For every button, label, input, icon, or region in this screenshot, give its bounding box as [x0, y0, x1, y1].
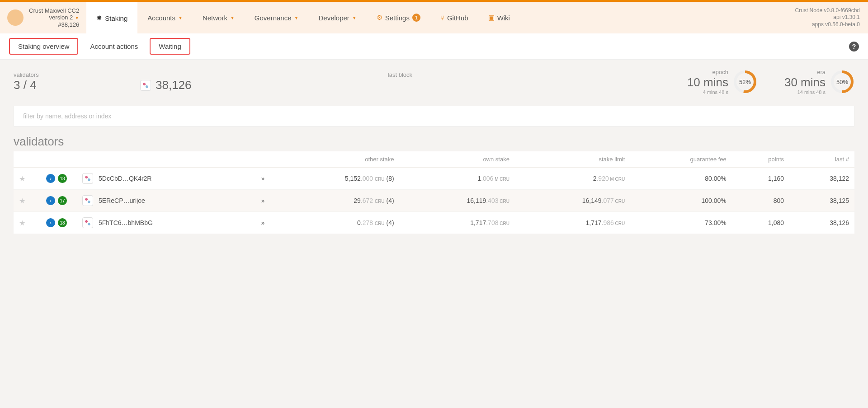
tab-account-actions[interactable]: Account actions — [82, 39, 146, 54]
summary-sub: 14 mins 48 s — [784, 89, 826, 95]
col-other-stake: other stake — [270, 151, 399, 168]
chevron-down-icon: ▼ — [352, 15, 357, 20]
summary-row: validators 3 / 4 last block 38,126 epoch… — [14, 69, 854, 95]
col-last: last # — [789, 151, 854, 168]
summary-value: 30 mins — [784, 75, 826, 89]
favorite-star-icon[interactable]: ★ — [19, 175, 25, 183]
summary-value: 38,126 — [156, 78, 192, 92]
cell-points: 1,080 — [732, 212, 789, 234]
node-version: Crust Node v0.8.0-f669cbd — [795, 7, 860, 14]
era-donut-icon: 50% — [830, 70, 854, 94]
nav-label: Staking — [105, 14, 127, 22]
cell-fee: 80.00% — [630, 168, 732, 190]
cell-fee: 100.00% — [630, 190, 732, 212]
expand-chevron-icon[interactable]: › — [46, 218, 55, 227]
nav-wiki[interactable]: ▣ Wiki — [478, 2, 520, 33]
nav-developer[interactable]: Developer ▼ — [308, 2, 366, 33]
tab-waiting[interactable]: Waiting — [150, 38, 190, 55]
brand-block[interactable]: Crust Maxwell CC2 version 2▼ #38,126 — [0, 7, 86, 28]
validator-address[interactable]: 5DcCbD…QK4r2R — [99, 175, 151, 182]
chevron-down-icon: ▼ — [178, 15, 183, 20]
code-branch-icon: ⑂ — [440, 14, 444, 22]
help-icon[interactable]: ? — [849, 42, 859, 52]
nav-network[interactable]: Network ▼ — [193, 2, 245, 33]
cell-last: 38,126 — [789, 212, 854, 234]
nav-label: Network — [203, 14, 227, 22]
cell-stake-limit: 16,149.077 CRU — [515, 190, 630, 212]
cell-other-stake: 0.278 CRU (4) — [270, 212, 399, 234]
favorite-star-icon[interactable]: ★ — [19, 219, 25, 227]
nominators-badge: 18 — [58, 174, 67, 183]
summary-label: validators — [14, 71, 113, 78]
identicon-icon — [82, 217, 93, 228]
nav-label: Developer — [318, 14, 349, 22]
certificate-icon: ✸ — [96, 14, 102, 22]
version-info: Crust Node v0.8.0-f669cbd api v1.30.1 ap… — [787, 7, 868, 28]
favorite-star-icon[interactable]: ★ — [19, 197, 25, 205]
epoch-donut-icon: 52% — [733, 70, 757, 94]
table-title: validators — [14, 135, 854, 149]
summary-era: era 30 mins 14 mins 48 s 50% — [784, 69, 854, 95]
apps-version: apps v0.56.0-beta.0 — [795, 21, 860, 28]
col-guarantee-fee: guarantee fee — [630, 151, 732, 168]
table-row: ★›175EReCP…urijoe»29.672 CRU (4)16,119.4… — [14, 190, 854, 212]
header: Crust Maxwell CC2 version 2▼ #38,126 ✸ S… — [0, 2, 868, 33]
summary-label: last block — [140, 71, 660, 78]
nav-label: Accounts — [147, 14, 175, 22]
cell-points: 1,160 — [732, 168, 789, 190]
cell-own-stake: 16,119.403 CRU — [400, 190, 515, 212]
block-author-icon — [140, 80, 151, 91]
nav-github[interactable]: ⑂ GitHub — [430, 2, 478, 33]
tab-staking-overview[interactable]: Staking overview — [9, 38, 78, 55]
nav-label: Wiki — [497, 14, 510, 22]
cell-stake-limit: 2.920 M CRU — [515, 168, 630, 190]
settings-badge: 1 — [412, 14, 420, 22]
chevron-down-icon: ▼ — [75, 15, 79, 20]
col-points: points — [732, 151, 789, 168]
expand-chevron-icon[interactable]: › — [46, 196, 55, 205]
expand-icon[interactable]: » — [261, 197, 265, 204]
chevron-down-icon: ▼ — [294, 15, 299, 20]
nominators-badge: 18 — [58, 218, 67, 227]
validators-table: other stake own stake stake limit guaran… — [14, 151, 854, 234]
nav-settings[interactable]: ⚙ Settings 1 — [367, 2, 430, 33]
summary-value: 10 mins — [687, 75, 728, 89]
chain-name: Crust Maxwell CC2 — [29, 7, 79, 14]
cell-stake-limit: 1,717.986 CRU — [515, 212, 630, 234]
cell-last: 38,122 — [789, 168, 854, 190]
filter-box — [14, 106, 854, 127]
summary-epoch: epoch 10 mins 4 mins 48 s 52% — [687, 69, 757, 95]
epoch-pct: 52 — [739, 79, 745, 85]
chevron-down-icon: ▼ — [230, 15, 235, 20]
api-version: api v1.30.1 — [795, 14, 860, 21]
chain-logo-icon — [7, 9, 24, 26]
summary-label: epoch — [687, 69, 728, 75]
cell-other-stake: 29.672 CRU (4) — [270, 190, 399, 212]
expand-icon[interactable]: » — [261, 175, 265, 182]
nav-governance[interactable]: Governance ▼ — [245, 2, 309, 33]
expand-chevron-icon[interactable]: › — [46, 174, 55, 183]
nominators-badge: 17 — [58, 196, 67, 205]
nav-accounts[interactable]: Accounts ▼ — [137, 2, 193, 33]
table-row: ★›185FhTC6…bhMBbG»0.278 CRU (4)1,717.708… — [14, 212, 854, 234]
col-stake-limit: stake limit — [515, 151, 630, 168]
nav-staking[interactable]: ✸ Staking — [86, 2, 137, 33]
era-pct: 50 — [836, 79, 843, 85]
expand-icon[interactable]: » — [261, 219, 265, 226]
identicon-icon — [82, 195, 93, 206]
cell-own-stake: 1,717.708 CRU — [400, 212, 515, 234]
summary-validators: validators 3 / 4 — [14, 71, 113, 92]
book-icon: ▣ — [488, 14, 495, 22]
table-row: ★›185DcCbD…QK4r2R»5,152.000 CRU (8)1.006… — [14, 168, 854, 190]
cell-last: 38,125 — [789, 190, 854, 212]
validator-address[interactable]: 5FhTC6…bhMBbG — [99, 219, 153, 226]
brand-info: Crust Maxwell CC2 version 2▼ #38,126 — [29, 7, 79, 28]
nav-label: Settings — [385, 14, 410, 22]
validator-address[interactable]: 5EReCP…urijoe — [99, 197, 145, 204]
identicon-icon — [82, 173, 93, 184]
cell-other-stake: 5,152.000 CRU (8) — [270, 168, 399, 190]
nav-label: GitHub — [447, 14, 468, 22]
filter-input[interactable] — [23, 113, 845, 120]
sub-tabs: Staking overview Account actions Waiting… — [0, 33, 868, 60]
summary-sub: 4 mins 48 s — [687, 89, 728, 95]
